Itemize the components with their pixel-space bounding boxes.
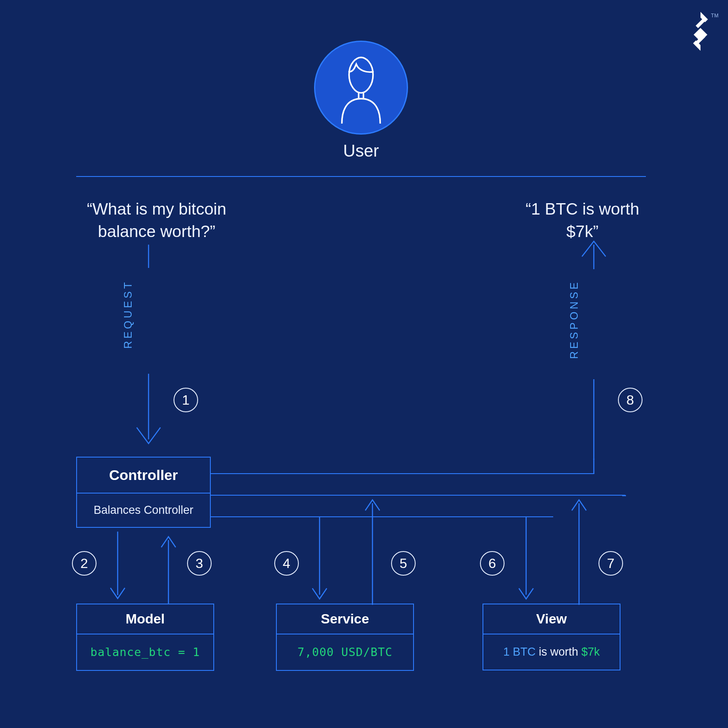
step-8-badge: 8 [618,388,643,412]
user-label: User [343,141,379,160]
view-title: View [483,604,620,634]
model-title: Model [77,604,213,634]
svg-rect-3 [696,19,706,28]
wire-top [211,473,594,474]
wire-bottom [211,516,553,517]
view-up-arrow-icon [571,495,587,605]
controller-box: Controller Balances Controller [76,457,211,528]
view-down-arrow-icon [518,516,535,605]
answer-text: “1 BTC is worth $7k” [519,198,646,243]
model-down-arrow-icon [109,532,126,604]
view-box: View 1 BTC is worth $7k [483,604,620,670]
step-6-badge: 6 [480,551,505,576]
service-down-arrow-icon [311,516,328,605]
service-title: Service [277,604,413,634]
model-up-arrow-icon [160,532,177,604]
step-3-badge: 3 [187,551,212,576]
brand-tm: TM [711,13,719,19]
model-body: balance_btc = 1 [91,645,200,659]
step-4-badge: 4 [274,551,299,576]
brand-logo-icon [689,12,712,52]
service-up-arrow-icon [364,495,381,605]
wire-middle [211,495,625,496]
wire-response-riser [592,459,596,476]
controller-subtitle: Balances Controller [77,494,210,527]
step-7-badge: 7 [598,551,623,576]
divider-line [76,176,646,177]
model-box: Model balance_btc = 1 [76,604,214,671]
view-body: 1 BTC is worth $7k [483,634,620,670]
response-arrow-icon [577,240,611,460]
step-2-badge: 2 [72,551,97,576]
service-body: 7,000 USD/BTC [298,645,392,659]
user-avatar-icon [314,41,408,135]
step-1-badge: 1 [174,388,198,412]
wire-view-join [622,495,628,497]
request-arrow-icon [132,245,165,456]
question-text: “What is my bitcoin balance worth?” [72,198,241,243]
controller-title: Controller [77,458,210,494]
service-box: Service 7,000 USD/BTC [276,604,414,671]
step-5-badge: 5 [391,551,416,576]
diagram-canvas: User “What is my bitcoin balance worth?”… [76,41,646,705]
